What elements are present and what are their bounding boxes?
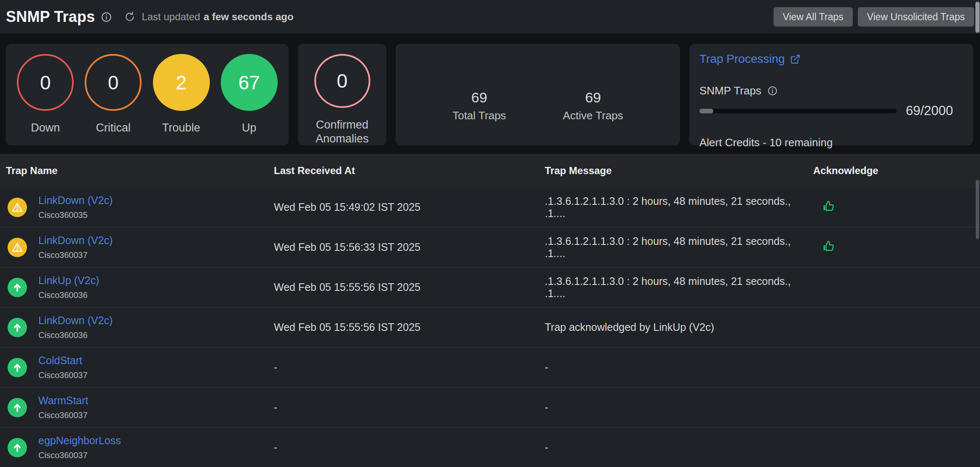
trap-name-link[interactable]: LinkDown (V2c) (38, 314, 112, 327)
table-row: ColdStart Cisco360037 - - (0, 348, 980, 388)
up-arrow-icon (8, 278, 27, 297)
trap-message: - (545, 441, 813, 454)
traps-usage-progress-bar (699, 109, 897, 113)
status-counts-card: 0 Down 0 Critical 2 Trouble 67 Up (6, 44, 289, 145)
traps-usage-progress-fill (699, 109, 713, 113)
view-unsolicited-traps-button[interactable]: View Unsolicited Traps (858, 7, 974, 27)
info-icon[interactable] (101, 11, 112, 23)
column-header-trap-name: Trap Name (0, 165, 274, 177)
table-header-row: Trap Name Last Received At Trap Message … (0, 154, 980, 188)
traps-table: Trap Name Last Received At Trap Message … (0, 154, 980, 467)
status-label: Critical (96, 121, 131, 134)
confirmed-anomalies-card: 0 Confirmed Anomalies (298, 44, 386, 145)
active-traps-stat: 69 Active Traps (563, 89, 623, 122)
table-scrollbar-thumb[interactable] (976, 180, 979, 239)
device-name: Cisco360035 (38, 210, 112, 220)
device-name: Cisco360037 (38, 411, 88, 420)
device-name: Cisco360036 (38, 290, 99, 300)
alert-credits-text: Alert Credits - 10 remaining (699, 136, 961, 149)
traps-usage-value: 69/2000 (906, 103, 953, 118)
last-received-at: - (274, 401, 545, 413)
trap-name-link[interactable]: egpNeighborLoss (38, 435, 121, 447)
last-received-at: Wed Feb 05 15:56:33 IST 2025 (274, 241, 545, 253)
last-received-at: Wed Feb 05 15:55:56 IST 2025 (274, 321, 545, 333)
trap-name-link[interactable]: LinkUp (V2c) (38, 274, 99, 287)
trap-name-link[interactable]: WarmStart (38, 395, 88, 407)
status-down: 0 Down (17, 54, 74, 134)
up-count-circle: 67 (221, 54, 278, 111)
critical-count-circle: 0 (85, 54, 142, 111)
last-received-at: - (274, 441, 545, 454)
status-critical: 0 Critical (85, 54, 142, 134)
up-arrow-icon (8, 318, 27, 337)
active-traps-label: Active Traps (563, 109, 623, 122)
trap-message: .1.3.6.1.2.1.1.3.0 : 2 hours, 48 minutes… (545, 235, 813, 260)
view-all-traps-button[interactable]: View All Traps (774, 7, 853, 27)
refresh-icon[interactable] (124, 11, 136, 23)
column-header-last-received: Last Received At (274, 165, 545, 177)
table-row: LinkDown (V2c) Cisco360035 Wed Feb 05 15… (0, 188, 980, 228)
table-row: LinkUp (V2c) Cisco360036 Wed Feb 05 15:5… (0, 268, 980, 308)
down-count-circle: 0 (17, 54, 74, 111)
warning-icon (8, 238, 27, 257)
warning-icon (8, 198, 27, 217)
status-label: Down (31, 121, 60, 134)
table-row: LinkDown (V2c) Cisco360036 Wed Feb 05 15… (0, 308, 980, 348)
trap-name-link[interactable]: LinkDown (V2c) (38, 194, 112, 207)
last-received-at: Wed Feb 05 15:49:02 IST 2025 (274, 201, 545, 213)
table-body: LinkDown (V2c) Cisco360035 Wed Feb 05 15… (0, 188, 980, 467)
status-label: Up (242, 121, 257, 134)
trap-totals-card: 69 Total Traps 69 Active Traps (396, 44, 680, 145)
trap-name-link[interactable]: LinkDown (V2c) (38, 234, 112, 247)
trap-message: .1.3.6.1.2.1.1.3.0 : 2 hours, 48 minutes… (545, 275, 813, 300)
table-row: LinkDown (V2c) Cisco360037 Wed Feb 05 15… (0, 228, 980, 268)
last-updated-text: Last updateda few seconds ago (142, 11, 293, 23)
confirmed-anomalies-label: Confirmed Anomalies (308, 118, 376, 145)
table-row: WarmStart Cisco360037 - - (0, 388, 980, 428)
trap-message: - (545, 361, 813, 373)
page-title: SNMP Traps (6, 8, 95, 26)
trap-message: Trap acknowledged by LinkUp (V2c) (545, 321, 813, 333)
device-name: Cisco360037 (38, 370, 88, 380)
last-received-at: Wed Feb 05 15:55:56 IST 2025 (274, 281, 545, 293)
up-arrow-icon (8, 398, 27, 417)
total-traps-label: Total Traps (453, 109, 506, 122)
trouble-count-circle: 2 (153, 54, 210, 111)
trap-processing-link[interactable]: Trap Processing (699, 52, 785, 66)
status-trouble: 2 Trouble (153, 54, 210, 134)
external-link-icon[interactable] (790, 54, 801, 64)
acknowledge-thumbs-up-icon[interactable] (822, 239, 835, 253)
page-scrollbar-thumb[interactable] (975, 2, 980, 33)
active-traps-value: 69 (563, 89, 623, 106)
up-arrow-icon (8, 438, 27, 457)
total-traps-value: 69 (453, 89, 506, 106)
acknowledge-thumbs-up-icon[interactable] (822, 199, 835, 213)
device-name: Cisco360037 (38, 451, 121, 460)
snmp-traps-meter-label: SNMP Traps (699, 84, 761, 97)
trap-name-link[interactable]: ColdStart (38, 354, 88, 367)
device-name: Cisco360036 (38, 330, 112, 340)
summary-cards-row: 0 Down 0 Critical 2 Trouble 67 Up 0 Conf… (6, 44, 973, 145)
table-row: egpNeighborLoss Cisco360037 - - (0, 428, 980, 467)
total-traps-stat: 69 Total Traps (453, 89, 506, 122)
trap-processing-card: Trap Processing SNMP Traps 69/2000 Alert… (689, 44, 973, 145)
last-received-at: - (274, 361, 545, 373)
device-name: Cisco360037 (38, 250, 112, 260)
trap-message: - (545, 401, 813, 413)
column-header-trap-message: Trap Message (545, 165, 813, 177)
status-up: 67 Up (221, 54, 278, 134)
top-header-bar: SNMP Traps Last updateda few seconds ago… (0, 0, 980, 35)
status-label: Trouble (162, 121, 201, 134)
up-arrow-icon (8, 358, 27, 377)
confirmed-anomalies-circle: 0 (314, 54, 370, 108)
info-icon[interactable] (767, 86, 778, 96)
column-header-acknowledge: Acknowledge (813, 165, 980, 177)
trap-message: .1.3.6.1.2.1.1.3.0 : 2 hours, 48 minutes… (545, 195, 813, 220)
